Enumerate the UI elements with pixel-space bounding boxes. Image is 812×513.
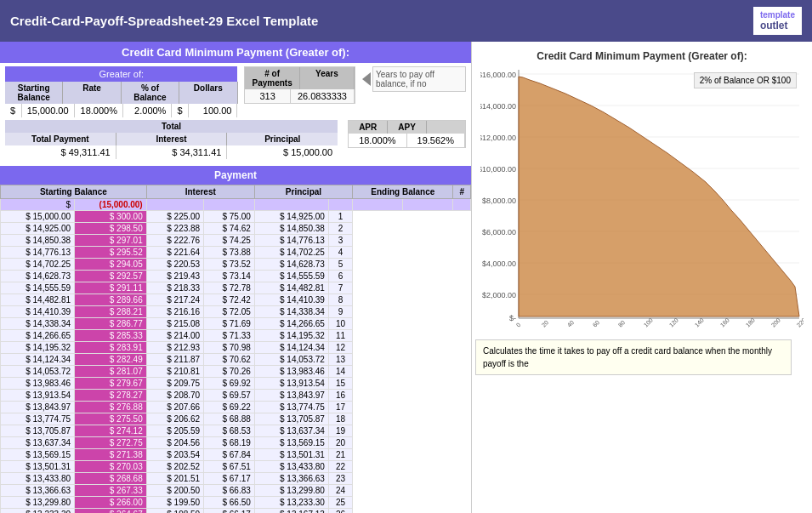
- table-row: $ 13,569.15$ 271.38$ 203.54$ 67.84$ 13,5…: [1, 449, 471, 461]
- payments-section: # of Payments Years 313 26.0833333: [244, 66, 355, 104]
- svg-text:80: 80: [617, 319, 627, 328]
- principal-value: $ 15,000.00: [227, 145, 338, 159]
- svg-text:$6,000.00: $6,000.00: [482, 228, 516, 237]
- apr-apy-section: APR APY 18.000% 19.562%: [344, 120, 466, 148]
- table-row: $ 14,702.25$ 294.05$ 220.53$ 73.52$ 14,6…: [1, 259, 471, 271]
- total-payment-value: $ 49,311.41: [5, 145, 116, 159]
- table-row: $ 14,410.39$ 288.21$ 216.16$ 72.05$ 14,3…: [1, 306, 471, 318]
- table-row: $ 14,628.73$ 292.57$ 219.43$ 73.14$ 14,5…: [1, 271, 471, 282]
- total-payment-header: Total Payment: [5, 133, 116, 145]
- table-row: $ 13,433.80$ 268.68$ 201.51$ 67.17$ 13,3…: [1, 473, 471, 485]
- payment-table: Starting Balance Interest Principal Endi…: [0, 185, 471, 513]
- app-header: Credit-Card-Payoff-Spreadsheet-29 Excel …: [0, 0, 812, 42]
- payment-table-header: Payment: [0, 166, 471, 185]
- table-row: $ 14,195.32$ 283.91$ 212.93$ 70.98$ 14,1…: [1, 342, 471, 354]
- svg-text:20: 20: [541, 319, 550, 328]
- interest-header: Interest: [116, 133, 228, 145]
- dollars-value: 100.00: [189, 104, 237, 117]
- table-row: $ 13,501.31$ 270.03$ 202.52$ 67.51$ 13,4…: [1, 461, 471, 473]
- th-interest: Interest: [146, 185, 254, 199]
- col-header-starting-balance: Starting Balance: [5, 82, 63, 104]
- total-label: Total: [5, 120, 338, 133]
- svg-text:$10,000.00: $10,000.00: [480, 165, 516, 174]
- greater-of-values: $ 15,000.00 18.000% 2.000% $ 100.00: [5, 104, 237, 117]
- table-row: $ 13,233.30$ 264.67$ 198.50$ 66.17$ 13,1…: [1, 509, 471, 514]
- arrow-icon: [362, 72, 371, 86]
- total-headers: Total Payment Interest Principal: [5, 133, 338, 145]
- table-row: $ 13,843.97$ 276.88$ 207.66$ 69.22$ 13,7…: [1, 402, 471, 413]
- chart-container: Credit Card Minimum Payment (Greater of)…: [475, 45, 809, 336]
- apr-value: 18.000%: [349, 134, 406, 147]
- table-row: $ 14,850.38$ 297.01$ 222.76$ 74.25$ 14,7…: [1, 235, 471, 247]
- app-title: Credit-Card-Payoff-Spreadsheet-29 Excel …: [10, 14, 318, 28]
- svg-text:$12,000.00: $12,000.00: [480, 134, 516, 142]
- table-row: $ 14,555.59$ 291.11$ 218.33$ 72.78$ 14,4…: [1, 282, 471, 294]
- table-row: $ 14,925.00$ 298.50$ 223.88$ 74.62$ 14,8…: [1, 223, 471, 235]
- chart-title: Credit Card Minimum Payment (Greater of)…: [480, 50, 803, 62]
- total-row: Total Total Payment Interest Principal $…: [5, 120, 466, 159]
- svg-marker-20: [519, 77, 799, 316]
- data-table-container[interactable]: Starting Balance Interest Principal Endi…: [0, 185, 471, 513]
- chart-area: 2% of Balance OR $100 $16,000.00 $14,000…: [480, 66, 803, 331]
- table-row: $ 13,774.75$ 275.50$ 206.62$ 68.88$ 13,7…: [1, 413, 471, 425]
- years-header: Years: [300, 67, 355, 89]
- main-section-header: Credit Card Minimum Payment (Greater of)…: [0, 42, 471, 63]
- principal-header: Principal: [227, 133, 338, 145]
- interest-value: $ 34,311.41: [116, 145, 228, 159]
- svg-text:$-: $-: [509, 314, 516, 322]
- table-row: $ 13,299.80$ 266.00$ 199.50$ 66.50$ 13,2…: [1, 497, 471, 509]
- logo: template outlet: [753, 7, 802, 35]
- greater-of-label: Greater of:: [5, 66, 237, 82]
- logo-line2: outlet: [760, 20, 795, 31]
- th-principal: Principal: [254, 185, 352, 199]
- svg-text:0: 0: [515, 322, 522, 328]
- total-values: $ 49,311.41 $ 34,311.41 $ 15,000.00: [5, 145, 338, 159]
- table-row: $ 13,705.87$ 274.12$ 205.59$ 68.53$ 13,6…: [1, 425, 471, 437]
- chart-svg: $16,000.00 $14,000.00 $12,000.00 $10,000…: [480, 66, 803, 329]
- pct-balance-value: 2.000%: [123, 104, 172, 117]
- years-value: 26.0833333: [291, 89, 355, 103]
- table-row: $ 13,637.34$ 272.75$ 204.56$ 68.19$ 13,5…: [1, 437, 471, 449]
- table-row: $ 14,124.34$ 282.49$ 211.87$ 70.62$ 14,0…: [1, 354, 471, 366]
- th-starting-balance: Starting Balance: [1, 185, 147, 199]
- callout-description: Calculates the time it takes to pay off …: [475, 339, 792, 375]
- payments-header: # of Payments: [245, 67, 299, 89]
- table-row: $(15,000.00): [1, 199, 471, 211]
- table-row: $ 14,776.13$ 295.52$ 221.64$ 73.88$ 14,7…: [1, 247, 471, 259]
- col-header-pct-balance: % of Balance: [122, 82, 179, 104]
- apy-value: 19.562%: [407, 134, 465, 147]
- payments-value: 313: [245, 89, 290, 103]
- table-row: $ 14,338.34$ 286.77$ 215.08$ 71.69$ 14,2…: [1, 318, 471, 330]
- greater-of-section: Greater of: Starting Balance Rate % of B…: [5, 66, 237, 117]
- svg-text:$2,000.00: $2,000.00: [482, 291, 516, 299]
- table-row: $ 13,913.54$ 278.27$ 208.70$ 69.57$ 13,8…: [1, 390, 471, 402]
- table-row: $ 14,053.72$ 281.07$ 210.81$ 70.26$ 13,9…: [1, 366, 471, 378]
- years-label: Years to pay off balance, if no: [372, 66, 466, 92]
- th-ending-balance: Ending Balance: [353, 185, 453, 199]
- table-row: $ 14,482.81$ 289.66$ 217.24$ 72.42$ 14,4…: [1, 294, 471, 306]
- table-row: $ 14,266.65$ 285.33$ 214.00$ 71.33$ 14,1…: [1, 330, 471, 342]
- chart-panel: Credit Card Minimum Payment (Greater of)…: [472, 42, 812, 513]
- svg-text:40: 40: [566, 319, 576, 328]
- svg-text:$14,000.00: $14,000.00: [480, 102, 516, 111]
- apy-header: APY: [388, 121, 427, 134]
- svg-text:$16,000.00: $16,000.00: [480, 71, 516, 79]
- svg-text:$8,000.00: $8,000.00: [482, 197, 516, 205]
- svg-text:60: 60: [592, 319, 601, 328]
- col-header-dollars: Dollars: [179, 82, 237, 104]
- total-section: Total Total Payment Interest Principal $…: [5, 120, 338, 159]
- apr-header: APR: [349, 121, 388, 134]
- starting-balance-dollar: $: [5, 104, 22, 117]
- callout-area: Years to pay off balance, if no: [362, 66, 466, 92]
- logo-line1: template: [760, 10, 795, 20]
- table-row: $ 15,000.00$ 300.00$ 225.00$ 75.00$ 14,9…: [1, 211, 471, 223]
- table-row: $ 13,366.63$ 267.33$ 200.50$ 66.83$ 13,2…: [1, 485, 471, 497]
- dollars-sign: $: [172, 104, 189, 117]
- table-header-row: Starting Balance Interest Principal Endi…: [1, 185, 471, 199]
- starting-balance-value: 15,000.00: [22, 104, 75, 117]
- th-num: #: [453, 185, 471, 199]
- greater-of-headers: Starting Balance Rate % of Balance Dolla…: [5, 82, 237, 104]
- rate-value: 18.000%: [75, 104, 123, 117]
- col-header-rate: Rate: [63, 82, 121, 104]
- svg-text:$4,000.00: $4,000.00: [482, 259, 516, 268]
